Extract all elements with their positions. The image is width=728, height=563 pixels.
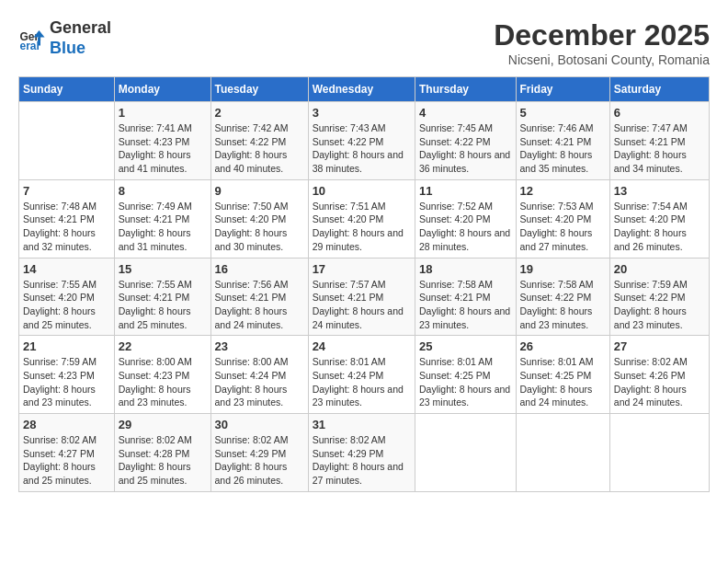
- calendar-cell: 31 Sunrise: 8:02 AM Sunset: 4:29 PM Dayl…: [308, 414, 415, 492]
- sunrise-text: Sunrise: 8:02 AM: [119, 434, 192, 445]
- calendar-cell: 30 Sunrise: 8:02 AM Sunset: 4:29 PM Dayl…: [210, 414, 308, 492]
- sunset-text: Sunset: 4:23 PM: [119, 136, 190, 147]
- calendar-cell: 14 Sunrise: 7:55 AM Sunset: 4:20 PM Dayl…: [19, 258, 115, 336]
- sunset-text: Sunset: 4:23 PM: [119, 370, 190, 381]
- calendar-cell: 18 Sunrise: 7:58 AM Sunset: 4:21 PM Dayl…: [415, 258, 516, 336]
- calendar-cell: 13 Sunrise: 7:54 AM Sunset: 4:20 PM Dayl…: [609, 179, 709, 258]
- svg-text:eral: eral: [20, 40, 40, 52]
- daylight-text: Daylight: 8 hours and 24 minutes.: [614, 384, 687, 408]
- calendar-cell: 22 Sunrise: 8:00 AM Sunset: 4:23 PM Dayl…: [114, 336, 210, 414]
- day-info: Sunrise: 8:00 AM Sunset: 4:23 PM Dayligh…: [119, 355, 207, 409]
- daylight-text: Daylight: 8 hours and 25 minutes.: [119, 461, 191, 486]
- sunrise-text: Sunrise: 7:59 AM: [614, 279, 688, 290]
- sunrise-text: Sunrise: 7:59 AM: [23, 356, 97, 367]
- sunrise-text: Sunrise: 7:55 AM: [119, 279, 192, 290]
- calendar-cell: 21 Sunrise: 7:59 AM Sunset: 4:23 PM Dayl…: [19, 336, 115, 414]
- day-info: Sunrise: 7:41 AM Sunset: 4:23 PM Dayligh…: [119, 121, 207, 176]
- day-info: Sunrise: 7:46 AM Sunset: 4:21 PM Dayligh…: [520, 121, 606, 176]
- subtitle: Nicseni, Botosani County, Romania: [494, 52, 710, 67]
- day-number: 30: [215, 418, 304, 431]
- daylight-text: Daylight: 8 hours and 25 minutes.: [23, 305, 96, 330]
- sunset-text: Sunset: 4:21 PM: [614, 136, 686, 147]
- sunrise-text: Sunrise: 8:00 AM: [215, 356, 289, 367]
- sunset-text: Sunset: 4:24 PM: [215, 370, 287, 381]
- day-info: Sunrise: 7:55 AM Sunset: 4:20 PM Dayligh…: [23, 278, 110, 332]
- day-number: 18: [419, 262, 512, 276]
- sunrise-text: Sunrise: 8:00 AM: [119, 356, 192, 367]
- sunset-text: Sunset: 4:21 PM: [520, 136, 592, 147]
- day-info: Sunrise: 7:45 AM Sunset: 4:22 PM Dayligh…: [419, 121, 512, 176]
- sunrise-text: Sunrise: 8:02 AM: [313, 434, 386, 445]
- calendar-cell: 7 Sunrise: 7:48 AM Sunset: 4:21 PM Dayli…: [19, 179, 115, 258]
- day-info: Sunrise: 8:02 AM Sunset: 4:29 PM Dayligh…: [215, 433, 304, 488]
- daylight-text: Daylight: 8 hours and 25 minutes.: [119, 305, 191, 330]
- sunrise-text: Sunrise: 8:02 AM: [215, 434, 289, 445]
- sunset-text: Sunset: 4:20 PM: [419, 213, 491, 224]
- sunrise-text: Sunrise: 7:55 AM: [23, 279, 97, 290]
- daylight-text: Daylight: 8 hours and 28 minutes.: [419, 227, 510, 252]
- daylight-text: Daylight: 8 hours and 23 minutes.: [614, 305, 687, 330]
- sunset-text: Sunset: 4:20 PM: [520, 213, 592, 224]
- sunset-text: Sunset: 4:21 PM: [23, 213, 95, 224]
- day-number: 25: [419, 339, 512, 353]
- header-friday: Friday: [516, 77, 609, 102]
- sunrise-text: Sunrise: 8:01 AM: [520, 356, 594, 367]
- calendar-cell: [609, 414, 709, 492]
- sunrise-text: Sunrise: 7:58 AM: [520, 279, 594, 290]
- calendar-cell: 9 Sunrise: 7:50 AM Sunset: 4:20 PM Dayli…: [210, 179, 308, 258]
- logo: Gen eral General Blue: [18, 18, 111, 58]
- sunrise-text: Sunrise: 7:57 AM: [313, 279, 386, 290]
- daylight-text: Daylight: 8 hours and 34 minutes.: [614, 149, 687, 174]
- calendar-cell: 5 Sunrise: 7:46 AM Sunset: 4:21 PM Dayli…: [516, 102, 609, 180]
- daylight-text: Daylight: 8 hours and 25 minutes.: [23, 461, 96, 486]
- calendar-header-row: SundayMondayTuesdayWednesdayThursdayFrid…: [19, 77, 710, 102]
- day-info: Sunrise: 7:43 AM Sunset: 4:22 PM Dayligh…: [313, 121, 411, 176]
- day-number: 28: [23, 418, 110, 431]
- week-row-5: 28 Sunrise: 8:02 AM Sunset: 4:27 PM Dayl…: [19, 414, 710, 492]
- daylight-text: Daylight: 8 hours and 23 minutes.: [119, 384, 191, 408]
- day-number: 21: [23, 339, 110, 353]
- daylight-text: Daylight: 8 hours and 23 minutes.: [23, 384, 96, 408]
- day-info: Sunrise: 7:56 AM Sunset: 4:21 PM Dayligh…: [215, 278, 304, 332]
- sunrise-text: Sunrise: 7:47 AM: [614, 122, 688, 133]
- day-info: Sunrise: 7:50 AM Sunset: 4:20 PM Dayligh…: [215, 200, 304, 254]
- sunset-text: Sunset: 4:24 PM: [313, 370, 384, 381]
- day-number: 15: [119, 262, 207, 276]
- sunset-text: Sunset: 4:20 PM: [215, 213, 287, 224]
- day-info: Sunrise: 7:58 AM Sunset: 4:22 PM Dayligh…: [520, 278, 606, 332]
- sunset-text: Sunset: 4:22 PM: [614, 292, 686, 303]
- sunrise-text: Sunrise: 8:01 AM: [313, 356, 386, 367]
- sunset-text: Sunset: 4:29 PM: [215, 448, 287, 459]
- week-row-3: 14 Sunrise: 7:55 AM Sunset: 4:20 PM Dayl…: [19, 258, 710, 336]
- calendar-cell: 17 Sunrise: 7:57 AM Sunset: 4:21 PM Dayl…: [308, 258, 415, 336]
- calendar-cell: 4 Sunrise: 7:45 AM Sunset: 4:22 PM Dayli…: [415, 102, 516, 180]
- header-tuesday: Tuesday: [210, 77, 308, 102]
- daylight-text: Daylight: 8 hours and 23 minutes.: [215, 384, 288, 408]
- sunrise-text: Sunrise: 7:56 AM: [215, 279, 289, 290]
- calendar-cell: 29 Sunrise: 8:02 AM Sunset: 4:28 PM Dayl…: [114, 414, 210, 492]
- svg-rect-3: [38, 37, 40, 45]
- sunrise-text: Sunrise: 8:02 AM: [614, 356, 688, 367]
- sunrise-text: Sunrise: 7:48 AM: [23, 201, 97, 212]
- sunset-text: Sunset: 4:21 PM: [119, 292, 190, 303]
- day-number: 4: [419, 106, 512, 120]
- calendar-cell: 16 Sunrise: 7:56 AM Sunset: 4:21 PM Dayl…: [210, 258, 308, 336]
- calendar-cell: 3 Sunrise: 7:43 AM Sunset: 4:22 PM Dayli…: [308, 102, 415, 180]
- day-info: Sunrise: 8:01 AM Sunset: 4:24 PM Dayligh…: [313, 355, 411, 409]
- week-row-4: 21 Sunrise: 7:59 AM Sunset: 4:23 PM Dayl…: [19, 336, 710, 414]
- day-info: Sunrise: 8:02 AM Sunset: 4:29 PM Dayligh…: [313, 433, 411, 488]
- sunrise-text: Sunrise: 7:54 AM: [614, 201, 688, 212]
- day-info: Sunrise: 7:47 AM Sunset: 4:21 PM Dayligh…: [614, 121, 705, 176]
- day-number: 16: [215, 262, 304, 276]
- calendar-cell: [516, 414, 609, 492]
- sunset-text: Sunset: 4:28 PM: [119, 448, 190, 459]
- sunset-text: Sunset: 4:21 PM: [215, 292, 287, 303]
- sunset-text: Sunset: 4:25 PM: [419, 370, 491, 381]
- day-info: Sunrise: 7:57 AM Sunset: 4:21 PM Dayligh…: [313, 278, 411, 332]
- day-number: 9: [215, 184, 304, 198]
- sunrise-text: Sunrise: 7:58 AM: [419, 279, 493, 290]
- daylight-text: Daylight: 8 hours and 30 minutes.: [215, 227, 288, 252]
- day-number: 2: [215, 106, 304, 120]
- day-number: 24: [313, 339, 411, 353]
- day-number: 13: [614, 184, 705, 198]
